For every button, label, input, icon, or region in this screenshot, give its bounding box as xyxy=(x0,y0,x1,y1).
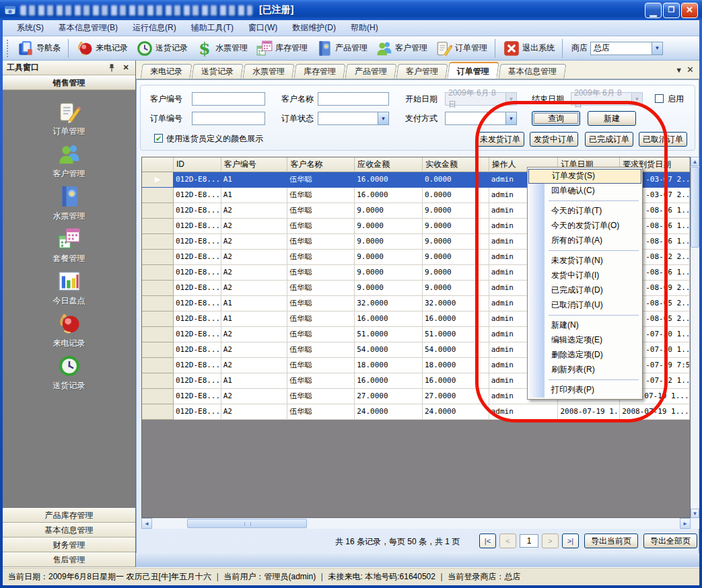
context-menu-item-订单发货(S)[interactable]: 订单发货(S) xyxy=(528,169,641,184)
context-menu-item-刷新列表(R)[interactable]: 刷新列表(R) xyxy=(528,363,641,377)
toolbar-button-order-icon[interactable]: 订单管理 xyxy=(431,38,491,59)
tab-订单管理[interactable]: 订单管理 xyxy=(447,62,499,79)
tab-产品管理[interactable]: 产品管理 xyxy=(345,64,396,79)
toolbar-button-dollar-icon[interactable]: $水票管理 xyxy=(192,38,252,59)
scroll-up-icon[interactable]: ▲ xyxy=(691,157,699,166)
pin-icon[interactable] xyxy=(107,63,116,73)
context-menu-item-今天的订单(T)[interactable]: 今天的订单(T) xyxy=(528,204,641,219)
tab-水票管理[interactable]: 水票管理 xyxy=(242,64,294,79)
tab-来电记录[interactable]: 来电记录 xyxy=(140,64,192,79)
tab-库存管理[interactable]: 库存管理 xyxy=(293,64,345,79)
new-button[interactable]: 新建 xyxy=(588,111,636,126)
sidebar-item-送货记录[interactable]: 送货记录 xyxy=(3,351,135,394)
sidebar-item-订单管理[interactable]: 订单管理 xyxy=(3,97,135,139)
context-menu-item-新建(N)[interactable]: 新建(N) xyxy=(528,318,641,333)
customer-name-input[interactable] xyxy=(318,92,389,106)
column-header-客户名称[interactable]: 客户名称 xyxy=(287,157,355,172)
tab-送货记录[interactable]: 送货记录 xyxy=(191,64,243,79)
context-menu-item-今天的发货订单(O)[interactable]: 今天的发货订单(O) xyxy=(528,219,641,233)
status-filter-已完成订单[interactable]: 已完成订单 xyxy=(585,132,633,147)
scroll-left-icon[interactable]: ◄ xyxy=(141,518,152,529)
context-menu-item-编辑选定项(E)[interactable]: 编辑选定项(E) xyxy=(528,333,641,348)
store-select[interactable]: 总店 ▼ xyxy=(590,42,663,55)
enable-checkbox[interactable] xyxy=(655,94,664,103)
context-menu-item-打印列表(P)[interactable]: 打印列表(P) xyxy=(528,383,641,398)
page-number-box[interactable]: 1 xyxy=(520,534,538,548)
toolbar-button-customers-icon[interactable]: 客户管理 xyxy=(372,38,431,59)
sidebar-group-售后管理[interactable]: 售后管理 xyxy=(3,552,135,567)
scroll-right-icon[interactable]: ► xyxy=(680,518,691,529)
status-filter-发货中订单[interactable]: 发货中订单 xyxy=(530,132,578,147)
toolbar-button-bell-icon[interactable]: 来电记录 xyxy=(72,38,132,59)
context-menu-item-回单确认(C)[interactable]: 回单确认(C) xyxy=(528,184,641,198)
menu-item[interactable]: 系统(S) xyxy=(11,20,50,36)
start-date-picker[interactable]: 2009年 6月 8日 ▼ xyxy=(445,92,517,106)
vscroll-thumb[interactable] xyxy=(691,167,699,248)
tab-list-dropdown-icon[interactable]: ▼ xyxy=(675,66,682,74)
toolbar-grip[interactable] xyxy=(7,40,10,57)
close-button[interactable]: ✕ xyxy=(681,3,698,18)
sidebar-item-客户管理[interactable]: 客户管理 xyxy=(3,139,135,182)
scroll-down-icon[interactable]: ▼ xyxy=(691,509,699,518)
menu-item[interactable]: 数据维护(D) xyxy=(286,20,342,36)
sidebar-item-来电记录[interactable]: 来电记录 xyxy=(3,309,135,351)
toolbar-button-inventory-icon[interactable]: 库存管理 xyxy=(252,38,312,59)
context-menu-item-发货中订单(I)[interactable]: 发货中订单(I) xyxy=(528,268,641,283)
end-date-picker[interactable]: 2009年 6月 8日 ▼ xyxy=(571,92,643,106)
prev-page-button[interactable]: < xyxy=(499,534,516,548)
minimize-button[interactable]: ▁ xyxy=(645,3,662,18)
context-menu-item-已取消订单(U)[interactable]: 已取消订单(U) xyxy=(528,298,641,313)
sidebar-group-产品库存管理[interactable]: 产品库存管理 xyxy=(3,508,135,523)
status-filter-已取消订单[interactable]: 已取消订单 xyxy=(639,132,687,147)
vertical-scrollbar[interactable]: ▲ ▼ xyxy=(691,157,699,518)
toolbar-button-product-icon[interactable]: 产品管理 xyxy=(312,38,372,59)
next-page-button[interactable]: > xyxy=(542,534,559,548)
tab-客户管理[interactable]: 客户管理 xyxy=(396,64,448,79)
customer-no-input[interactable] xyxy=(192,92,265,106)
export-current-page-button[interactable]: 导出当前页 xyxy=(584,534,638,548)
menu-item[interactable]: 辅助工具(T) xyxy=(185,20,240,36)
horizontal-scrollbar[interactable]: ◄ ► xyxy=(141,518,691,529)
order-no-input[interactable] xyxy=(192,112,265,125)
column-header-selector[interactable] xyxy=(142,157,174,172)
tab-close-icon[interactable]: ✕ xyxy=(687,65,694,75)
sidebar-item-水票管理[interactable]: 水票管理 xyxy=(3,182,135,224)
menu-item[interactable]: 运行信息(R) xyxy=(127,20,182,36)
status-filter-未发货订单[interactable]: 未发货订单 xyxy=(476,132,524,147)
cell-receivable: 54.0000 xyxy=(355,342,423,358)
order-status-select[interactable]: ▼ xyxy=(318,112,389,125)
row-selector xyxy=(142,373,174,389)
column-header-应收金额[interactable]: 应收金额 xyxy=(355,157,423,172)
first-page-button[interactable]: |< xyxy=(479,534,496,548)
tool-window-close-icon[interactable]: ✕ xyxy=(120,63,131,73)
pay-method-select[interactable]: ▼ xyxy=(445,112,517,125)
menu-item[interactable]: 窗口(W) xyxy=(242,20,283,36)
context-menu-item-删除选定项(D)[interactable]: 删除选定项(D) xyxy=(528,348,641,363)
column-header-ID[interactable]: ID xyxy=(174,157,221,172)
maximize-button[interactable]: ❐ xyxy=(663,3,680,18)
toolbar-button-clock-icon[interactable]: 送货记录 xyxy=(132,38,192,59)
context-menu-item-已完成订单(D)[interactable]: 已完成订单(D) xyxy=(528,283,641,298)
sidebar-group-基本信息管理[interactable]: 基本信息管理 xyxy=(3,523,135,538)
menu-item[interactable]: 帮助(H) xyxy=(345,20,384,36)
table-row[interactable]: 012D-E8...A2伍华聪24.000024.0000admin2008-0… xyxy=(142,404,690,420)
column-header-客户编号[interactable]: 客户编号 xyxy=(221,157,288,172)
toolbar-button-navigator-icon[interactable]: 导航条 xyxy=(13,38,65,59)
query-button[interactable]: 查询 xyxy=(532,111,580,126)
tab-基本信息管理[interactable]: 基本信息管理 xyxy=(498,64,566,79)
last-page-button[interactable]: >| xyxy=(562,534,579,548)
sidebar-group-sales[interactable]: 销售管理 xyxy=(3,75,135,90)
sidebar-item-今日盘点[interactable]: 今日盘点 xyxy=(3,266,135,309)
column-header-实收金额[interactable]: 实收金额 xyxy=(423,157,489,172)
sidebar-item-套餐管理[interactable]: 套餐管理 xyxy=(3,224,135,266)
sidebar-group-财务管理[interactable]: 财务管理 xyxy=(3,538,135,552)
order-icon xyxy=(57,100,81,124)
toolbar-button-exit-icon[interactable]: 退出系统 xyxy=(499,38,559,59)
context-menu-item-未发货订单(N)[interactable]: 未发货订单(N) xyxy=(528,254,641,268)
cell-customer_no: A2 xyxy=(221,219,288,234)
export-all-pages-button[interactable]: 导出全部页 xyxy=(643,534,697,548)
color-display-checkbox[interactable]: ✔ xyxy=(154,134,163,143)
menu-item[interactable]: 基本信息管理(B) xyxy=(52,20,124,36)
hscroll-thumb[interactable] xyxy=(187,519,307,528)
context-menu-item-所有的订单(A)[interactable]: 所有的订单(A) xyxy=(528,233,641,248)
